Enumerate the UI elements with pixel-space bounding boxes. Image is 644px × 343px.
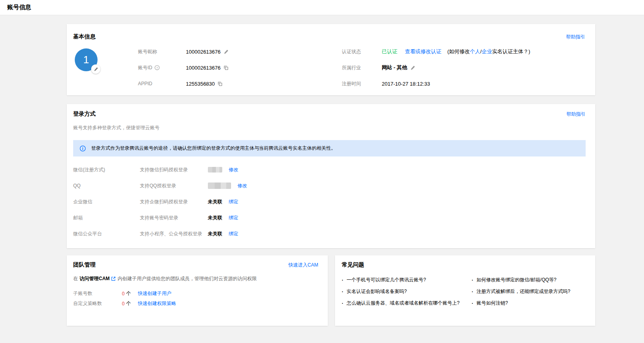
industry-value: 网站 - 其他: [382, 64, 407, 71]
sub-accounts-unit: 个: [126, 290, 131, 297]
view-modify-auth-link[interactable]: 查看或修改认证: [405, 48, 441, 55]
login-method-name: 企业微信: [73, 199, 140, 205]
login-methods-title: 登录方式: [73, 110, 96, 118]
login-methods-card: 登录方式 帮助指引 账号支持多种登录方式，便捷管理云账号 登录方式作为登录腾讯云…: [67, 104, 595, 248]
avatar-edit-button[interactable]: [91, 64, 100, 74]
faq-card: 常见问题 ·一个手机号可以绑定几个腾讯云账号? ·实名认证会影响域名备案吗? ·…: [335, 255, 595, 326]
login-method-name: 微信公众平台: [73, 231, 140, 237]
basic-info-card: 基本信息 帮助指引 1 账号昵称 100002613676: [67, 24, 595, 95]
edit-nickname-icon[interactable]: [223, 49, 229, 54]
basic-info-title: 基本信息: [73, 33, 96, 40]
register-time-label: 注册时间: [342, 80, 382, 87]
faq-item[interactable]: ·如何修改账号绑定的微信/邮箱/QQ等?: [472, 274, 589, 286]
login-row-wechat-official: 微信公众平台 支持小程序、公众号授权登录 未关联 绑定: [73, 226, 586, 242]
team-management-card: 团队管理 快速进入CAM 在访问管理CAM内创建子用户提供给您的团队成员，管理他…: [67, 255, 328, 326]
faq-item-label: 注册方式被解绑后，还能绑定成登录方式吗?: [477, 288, 570, 295]
sub-accounts-label: 子账号数: [73, 290, 122, 297]
account-id-value: 100002613676: [186, 65, 221, 71]
faq-title: 常见问题: [342, 261, 364, 269]
create-policy-link[interactable]: 快速创建权限策略: [138, 300, 176, 307]
page-header: 账号信息: [0, 0, 644, 15]
bullet-icon: ·: [472, 277, 477, 283]
edit-industry-icon[interactable]: [410, 65, 415, 70]
bullet-icon: ·: [342, 289, 347, 295]
login-banner-text: 登录方式作为登录腾讯云账号的途径，请确认您所绑定的登录方式的使用主体与当前腾讯云…: [91, 145, 336, 152]
bind-wechat-official-link[interactable]: 绑定: [229, 231, 238, 237]
login-methods-help-link[interactable]: 帮助指引: [566, 111, 586, 118]
faq-item[interactable]: ·注册方式被解绑后，还能绑定成登录方式吗?: [472, 286, 589, 297]
login-method-status: 未关联: [208, 199, 222, 205]
register-time-value: 2017-10-27 18:12:33: [382, 81, 430, 87]
custom-policies-row: 自定义策略数 0 个 快速创建权限策略: [73, 299, 318, 309]
main-content: 基本信息 帮助指引 1 账号昵称 100002613676: [67, 15, 595, 326]
sub-accounts-row: 子账号数 0 个 快速创建子用户: [73, 289, 318, 299]
team-desc-prefix: 在: [73, 275, 78, 282]
faq-item[interactable]: ·实名认证会影响域名备案吗?: [342, 286, 472, 297]
modify-wechat-link[interactable]: 修改: [229, 166, 238, 173]
login-method-desc: 支持企微扫码授权登录: [140, 199, 208, 205]
avatar[interactable]: 1: [75, 48, 98, 71]
copy-account-id-icon[interactable]: [223, 65, 229, 70]
cam-console-link-label: 访问管理CAM: [80, 275, 110, 282]
login-info-banner: 登录方式作为登录腾讯云账号的途径，请确认您所绑定的登录方式的使用主体与当前腾讯云…: [73, 140, 586, 156]
auth-status-row: 认证状态 已认证 查看或修改认证 (如何修改个人/企业实名认证主体？): [342, 44, 585, 60]
custom-policies-label: 自定义策略数: [73, 300, 122, 307]
appid-row: APPID 1255356830: [138, 76, 342, 92]
svg-text:?: ?: [156, 66, 158, 70]
login-method-desc: 支持微信扫码授权登录: [140, 166, 208, 173]
appid-value: 1255356830: [186, 81, 215, 87]
copy-appid-icon[interactable]: [217, 81, 223, 86]
cam-console-link[interactable]: 访问管理CAM: [80, 275, 116, 282]
sub-accounts-count: 0: [122, 291, 125, 297]
faq-item-label: 账号如何注销?: [477, 300, 508, 307]
faq-item-label: 怎么确认云服务器、域名或者域名解析在哪个账号上?: [347, 300, 460, 307]
team-management-title: 团队管理: [73, 261, 96, 269]
auth-status-label: 认证状态: [342, 48, 382, 55]
team-desc-suffix: 内创建子用户提供给您的团队成员，管理他们对云资源的访问权限: [118, 275, 257, 282]
modify-qq-link[interactable]: 修改: [237, 183, 247, 189]
login-method-status: 未关联: [208, 231, 222, 237]
bullet-icon: ·: [472, 289, 477, 295]
auth-paren-close: 实名认证主体？): [492, 48, 530, 54]
appid-label: APPID: [138, 81, 186, 86]
login-method-name: 邮箱: [73, 215, 140, 221]
external-link-icon: [111, 276, 116, 281]
faq-item-label: 实名认证会影响域名备案吗?: [347, 288, 407, 295]
personal-auth-link[interactable]: 个人: [470, 48, 480, 54]
faq-item-label: 如何修改账号绑定的微信/邮箱/QQ等?: [477, 277, 556, 283]
custom-policies-unit: 个: [126, 300, 131, 307]
account-id-label: 账号ID: [138, 64, 152, 71]
faq-item[interactable]: ·账号如何注销?: [472, 297, 589, 309]
question-circle-icon[interactable]: ?: [154, 65, 160, 70]
login-row-wecom: 企业微信 支持企微扫码授权登录 未关联 绑定: [73, 194, 586, 210]
login-method-status: 未关联: [208, 215, 222, 221]
register-time-row: 注册时间 2017-10-27 18:12:33: [342, 76, 585, 92]
create-sub-user-link[interactable]: 快速创建子用户: [138, 290, 171, 297]
basic-info-help-link[interactable]: 帮助指引: [566, 34, 585, 40]
bind-email-link[interactable]: 绑定: [229, 215, 238, 221]
bind-wecom-link[interactable]: 绑定: [229, 199, 238, 205]
enter-cam-link[interactable]: 快速进入CAM: [288, 262, 318, 269]
login-method-name: QQ: [73, 183, 140, 189]
faq-item[interactable]: ·一个手机号可以绑定几个腾讯云账号?: [342, 274, 472, 286]
bullet-icon: ·: [342, 301, 347, 306]
login-row-wechat: 微信(注册方式) 支持微信扫码授权登录 修改: [73, 162, 586, 178]
enterprise-auth-link[interactable]: 企业: [482, 48, 492, 54]
custom-policies-count: 0: [122, 301, 125, 307]
login-methods-subtitle: 账号支持多种登录方式，便捷管理云账号: [73, 124, 586, 131]
info-circle-icon: [80, 145, 86, 152]
login-row-email: 邮箱 支持账号密码登录 未关联 绑定: [73, 210, 586, 226]
login-method-desc: 支持账号密码登录: [140, 215, 208, 221]
login-method-desc: 支持QQ授权登录: [140, 183, 208, 189]
nickname-row: 账号昵称 100002613676: [138, 44, 342, 60]
nickname-value: 100002613676: [186, 49, 221, 55]
faq-item[interactable]: ·怎么确认云服务器、域名或者域名解析在哪个账号上?: [342, 297, 472, 309]
pencil-icon: [94, 67, 98, 72]
account-id-row: 账号ID ? 100002613676: [138, 60, 342, 76]
login-method-desc: 支持小程序、公众号授权登录: [140, 231, 208, 237]
bullet-icon: ·: [472, 301, 477, 306]
login-method-name: 微信(注册方式): [73, 166, 140, 173]
auth-status-badge: 已认证: [382, 48, 397, 55]
avatar-initial: 1: [83, 54, 89, 66]
redacted-value: [208, 167, 222, 173]
